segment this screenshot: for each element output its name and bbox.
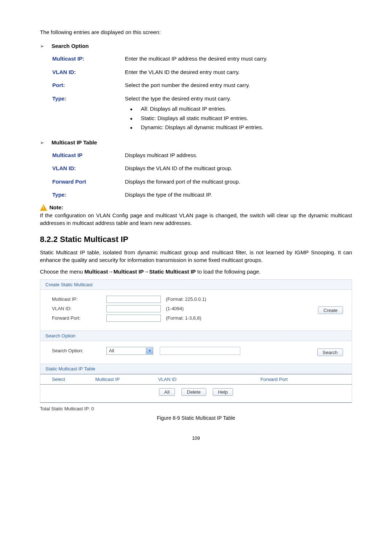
create-static-title: Create Static Multicast xyxy=(40,280,352,290)
create-button[interactable]: Create xyxy=(318,306,343,314)
multicast-table-heading-row: ➢ Multicast IP Table xyxy=(40,137,352,148)
sublist-item: ●Static: Displays all static multicast I… xyxy=(130,114,352,123)
table-button-row: All Delete Help xyxy=(40,385,352,402)
definition-row: VLAN ID: Enter the VLAN ID the desired e… xyxy=(52,68,352,77)
vlan-id-input[interactable] xyxy=(106,305,161,312)
definition-row: Port: Select the port number the desired… xyxy=(52,81,352,90)
term: Port: xyxy=(52,81,125,90)
definition-row: Type: Displays the type of the multicast… xyxy=(52,191,352,199)
term: Type: xyxy=(52,191,125,199)
warning-icon xyxy=(40,204,47,211)
desc: Displays the VLAN ID of the multicast gr… xyxy=(125,164,352,173)
forward-port-label: Forward Port: xyxy=(45,315,106,321)
static-multicast-panel: Create Static Multicast Multicast IP: (F… xyxy=(40,279,352,403)
divider xyxy=(40,402,352,403)
static-table-title: Static Multicast IP Table xyxy=(40,364,352,374)
menu-b2: Multicast IP xyxy=(114,268,144,275)
search-option-definitions: Multicast IP: Enter the multicast IP add… xyxy=(52,55,352,132)
intro-text: The following entries are displayed on t… xyxy=(40,29,352,35)
desc: Displays the type of the multicast IP. xyxy=(125,191,352,199)
multicast-ip-label: Multicast IP: xyxy=(45,296,106,302)
page-number: 109 xyxy=(40,435,352,441)
search-option-body: Search Option: All ▾ Search xyxy=(40,341,352,364)
vlan-id-row: VLAN ID: (1-4094) xyxy=(45,305,347,312)
search-option-label: Search Option: xyxy=(45,348,106,353)
all-button[interactable]: All xyxy=(159,388,175,396)
type-desc: Select the type the desired entry must c… xyxy=(125,95,231,102)
bullet-icon: ● xyxy=(130,106,134,113)
forward-port-hint: (Format: 1-3,6,8) xyxy=(166,315,201,321)
multicast-ip-hint: (Format: 225.0.0.1) xyxy=(166,296,206,302)
multicast-table-heading: Multicast IP Table xyxy=(52,139,97,145)
term: Multicast IP xyxy=(52,151,125,160)
arrow-icon: ➢ xyxy=(40,43,46,49)
sublist-item: ●All: Displays all multicast IP entries. xyxy=(130,104,352,114)
search-option-heading: Search Option xyxy=(52,43,89,49)
search-option-heading-row: ➢ Search Option xyxy=(40,41,352,51)
desc: Enter the VLAN ID the desired entry must… xyxy=(125,68,352,77)
note-body: If the configuration on VLAN Config page… xyxy=(40,212,352,227)
search-option-title: Search Option xyxy=(40,331,352,341)
bullet-icon: ● xyxy=(130,115,134,122)
chevron-down-icon: ▾ xyxy=(146,348,153,354)
sublist-text: Static: Displays all static multicast IP… xyxy=(141,114,248,123)
multicast-ip-row: Multicast IP: (Format: 225.0.0.1) xyxy=(45,296,347,303)
definition-row: VLAN ID: Displays the VLAN ID of the mul… xyxy=(52,164,352,173)
multicast-table-definitions: Multicast IP Displays multicast IP addre… xyxy=(52,151,352,199)
term: VLAN ID: xyxy=(52,164,125,173)
term: Forward Port xyxy=(52,178,125,186)
forward-port-input[interactable] xyxy=(106,315,161,322)
definition-row: Multicast IP: Enter the multicast IP add… xyxy=(52,55,352,63)
static-table-header: Select Multicast IP VLAN ID Forward Port xyxy=(40,374,352,384)
menu-path: Choose the menu Multicast→Multicast IP→S… xyxy=(40,268,352,276)
menu-prefix: Choose the menu xyxy=(40,268,85,275)
desc: Select the type the desired entry must c… xyxy=(125,95,352,132)
forward-port-row: Forward Port: (Format: 1-3,6,8) xyxy=(45,315,347,322)
desc: Displays the forward port of the multica… xyxy=(125,178,352,186)
create-static-body: Multicast IP: (Format: 225.0.0.1) VLAN I… xyxy=(40,290,352,331)
col-vlan-id: VLAN ID xyxy=(138,377,196,382)
sublist-text: Dynamic: Displays all dynamic multicast … xyxy=(141,123,263,132)
note-label: Note: xyxy=(49,204,63,210)
total-static-count: Total Static Multicast IP: 0 xyxy=(40,406,352,411)
desc: Select the port number the desired entry… xyxy=(125,81,352,90)
vlan-id-hint: (1-4094) xyxy=(166,306,184,311)
multicast-ip-input[interactable] xyxy=(106,296,161,303)
menu-arrow: → xyxy=(144,268,149,275)
static-multicast-description: Static Multicast IP table, isolated from… xyxy=(40,249,352,264)
desc: Enter the multicast IP address the desir… xyxy=(125,55,352,63)
search-option-value: All xyxy=(107,348,146,353)
sublist-text: All: Displays all multicast IP entries. xyxy=(141,104,226,114)
term: Type: xyxy=(52,95,125,132)
search-option-row: Search Option: All ▾ xyxy=(45,347,347,355)
term: VLAN ID: xyxy=(52,68,125,77)
subsection-title: 8.2.2 Static Multicast IP xyxy=(40,235,352,244)
search-option-select[interactable]: All ▾ xyxy=(106,347,153,355)
figure-caption: Figure 8-9 Static Multicast IP Table xyxy=(40,415,352,421)
col-forward-port: Forward Port xyxy=(196,377,352,382)
definition-row: Forward Port Displays the forward port o… xyxy=(52,178,352,186)
term: Multicast IP: xyxy=(52,55,125,63)
search-button[interactable]: Search xyxy=(317,348,343,356)
search-extra-input[interactable] xyxy=(160,347,240,355)
vlan-id-label: VLAN ID: xyxy=(45,306,106,311)
definition-row-type: Type: Select the type the desired entry … xyxy=(52,95,352,132)
col-select: Select xyxy=(40,377,77,382)
delete-button[interactable]: Delete xyxy=(181,388,206,396)
help-button[interactable]: Help xyxy=(213,388,233,396)
bullet-icon: ● xyxy=(130,124,134,131)
menu-suffix: to load the following page. xyxy=(196,268,260,275)
type-sublist: ●All: Displays all multicast IP entries.… xyxy=(125,104,352,132)
sublist-item: ●Dynamic: Displays all dynamic multicast… xyxy=(130,123,352,132)
desc: Displays multicast IP address. xyxy=(125,151,352,160)
menu-b1: Multicast xyxy=(85,268,108,275)
note-heading: Note: xyxy=(40,204,352,211)
col-multicast-ip: Multicast IP xyxy=(77,377,138,382)
menu-b3: Static Multicast IP xyxy=(149,268,196,275)
menu-arrow: → xyxy=(108,268,114,275)
arrow-icon: ➢ xyxy=(40,140,46,145)
definition-row: Multicast IP Displays multicast IP addre… xyxy=(52,151,352,160)
